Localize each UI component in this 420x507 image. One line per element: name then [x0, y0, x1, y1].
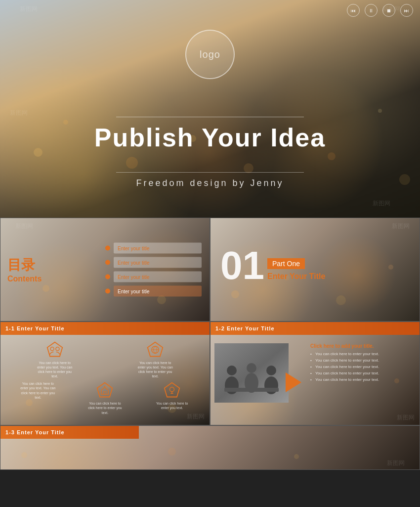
bullet-list: You can click here to enter your text. Y…: [310, 352, 416, 382]
list-dot: [105, 260, 110, 265]
icon-text-4: You can click here to click here to ente…: [85, 401, 124, 415]
click-title: Click here to add your title.: [310, 343, 416, 349]
slide-1-2: 1-2 Enter Your Title: [210, 322, 420, 425]
svg-point-11: [170, 387, 174, 392]
watermark-1: 新图网: [20, 5, 38, 13]
icon-cell-4: You can click here to click here to ente…: [85, 381, 124, 415]
forward-button[interactable]: ⏭: [400, 4, 413, 17]
watermark-4: 新图网: [373, 199, 390, 208]
home-icon: [96, 381, 114, 399]
icon-text-2: You can click here to enter you text. Yo…: [135, 361, 175, 378]
wm: 新图网: [387, 459, 405, 467]
list-bar[interactable]: Enter your title: [114, 257, 202, 268]
list-bar[interactable]: Enter your title: [114, 243, 202, 254]
bullet-item: You can click here to enter your text.: [310, 377, 416, 382]
svg-marker-10: [165, 383, 180, 397]
contents-title-cn: 目录: [7, 256, 42, 275]
list-bar-active[interactable]: Enter your title: [114, 286, 202, 297]
meeting-photo: [214, 343, 289, 403]
list-item: Enter your title: [105, 243, 202, 254]
svg-marker-3: [148, 342, 163, 357]
icons-row-1: You can click here to enter you text. Yo…: [4, 341, 206, 378]
logo-text: logo: [200, 49, 220, 60]
slide-11-header-text: 1-1 Enter Your Title: [5, 325, 65, 331]
slide-12-content: Click here to add your title. You can cl…: [210, 339, 420, 425]
hero-subtitle: Freedom design by Jenny: [0, 178, 420, 188]
list-bar[interactable]: Enter your title: [114, 272, 202, 282]
pause-button[interactable]: ⏸: [365, 4, 378, 17]
stop-button[interactable]: ⏹: [382, 4, 395, 17]
slide-contents: 目录 Contents Enter your title Enter your …: [0, 218, 210, 322]
icon-text-1: You can click here to enter you text. Yo…: [35, 361, 75, 378]
icons-row-2: You can click here to enter you text. Yo…: [4, 381, 206, 415]
icon-cell-1: You can click here to enter you text. Yo…: [35, 341, 75, 378]
list-dot: [105, 275, 110, 279]
svg-point-20: [266, 366, 276, 375]
icon-cell-5: You can click here to enter you text.: [153, 381, 191, 410]
slide-12-header-text: 1-2 Enter Your Title: [215, 325, 275, 331]
contents-list: Enter your title Enter your title Enter …: [105, 243, 202, 297]
slides-grid: 目录 Contents Enter your title Enter your …: [0, 218, 420, 470]
icon-cell-3: You can click here to enter you text. Yo…: [19, 381, 57, 401]
lamp-icon: [163, 381, 181, 399]
slide-1-1: 1-1 Enter Your Title You can click: [0, 322, 210, 425]
svg-point-2: [56, 347, 59, 351]
slide-1-3: 1-3 Enter Your Title 新图网: [0, 425, 420, 470]
icon-cell-2: You can click here to enter you text. Yo…: [135, 341, 175, 378]
slide-13-header: 1-3 Enter Your Title: [0, 426, 139, 439]
bullet-item: You can click here to enter your text.: [310, 352, 416, 356]
icons-area: You can click here to enter you text. Yo…: [0, 337, 210, 425]
slide-12-right: Click here to add your title. You can cl…: [293, 343, 416, 421]
svg-marker-6: [97, 383, 113, 397]
svg-point-1: [50, 347, 54, 351]
contents-title-en: Contents: [7, 275, 42, 283]
logo-circle: logo: [185, 30, 235, 79]
contents-left: 目录 Contents: [7, 256, 42, 283]
list-dot: [105, 289, 110, 294]
wm: 新图网: [15, 222, 33, 230]
svg-rect-22: [224, 388, 279, 392]
bullet-item: You can click here to enter your text.: [310, 365, 416, 369]
slide-13-header-text: 1-3 Enter Your Title: [5, 429, 65, 435]
slide-11-header: 1-1 Enter Your Title: [0, 322, 210, 335]
hero-divider-top: [116, 117, 304, 117]
part-right: Part One Enter Your Title: [267, 258, 325, 281]
hero-title: Publish Your Idea: [0, 123, 420, 152]
playback-controls: ⏮ ⏸ ⏹ ⏭: [347, 4, 413, 17]
bullet-item: You can click here to enter your text.: [310, 358, 416, 363]
photo-svg: [214, 343, 289, 403]
watermark-3: 新图网: [10, 109, 28, 117]
slide-hero: logo Publish Your Idea Freedom design by…: [0, 0, 420, 218]
slide-part-one: 01 Part One Enter Your Title 新图网: [210, 218, 420, 322]
hero-divider-bottom: [116, 172, 304, 173]
globe-icon: [146, 341, 164, 359]
list-item: Enter your title: [105, 272, 202, 282]
part-label: Part One: [267, 258, 305, 269]
list-dot: [105, 246, 110, 251]
icon-text-3-pre: You can click here to enter you text. Yo…: [19, 381, 57, 399]
svg-point-16: [227, 366, 237, 375]
part-title: Enter Your Title: [267, 272, 325, 281]
svg-marker-7: [101, 387, 108, 394]
svg-rect-9: [104, 392, 106, 394]
people-icon: [46, 341, 64, 359]
icon-text-5: You can click here to enter you text.: [153, 401, 191, 410]
wm: 新图网: [392, 222, 410, 230]
slide-12-header: 1-2 Enter Your Title: [210, 322, 420, 335]
part-number: 01: [220, 246, 264, 285]
play-arrow: [286, 372, 301, 392]
list-item: Enter your title: [105, 257, 202, 268]
bullet-item: You can click here to enter your text.: [310, 371, 416, 375]
svg-point-18: [247, 363, 256, 373]
rewind-button[interactable]: ⏮: [347, 4, 360, 17]
list-item: Enter your title: [105, 286, 202, 297]
